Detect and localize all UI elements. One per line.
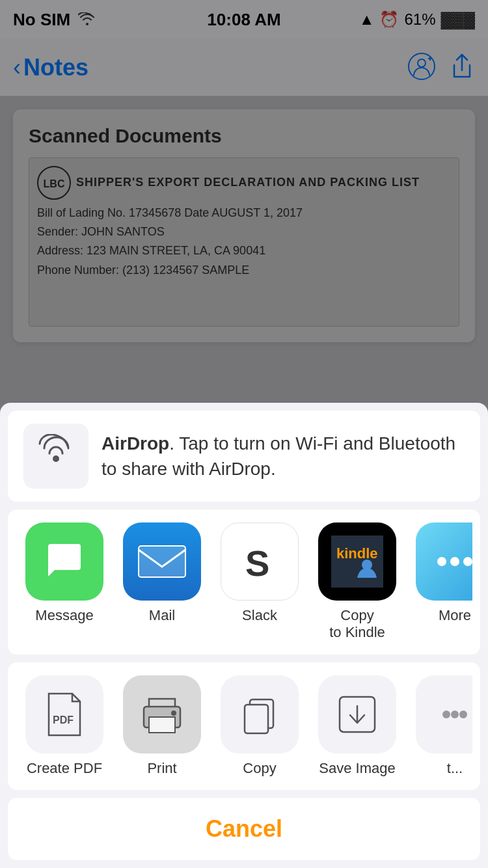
svg-rect-8 (331, 536, 383, 588)
message-app-icon (25, 522, 103, 601)
share-sheet-overlay: AirDrop. Tap to turn on Wi-Fi and Blueto… (0, 0, 488, 868)
svg-point-17 (171, 711, 176, 716)
airdrop-title: AirDrop (102, 433, 169, 454)
svg-point-22 (451, 711, 459, 718)
svg-point-12 (450, 557, 459, 566)
action-item-more-actions[interactable]: t... (406, 675, 472, 777)
action-item-create-pdf[interactable]: PDF Create PDF (16, 675, 113, 777)
save-image-label: Save Image (319, 760, 395, 777)
slack-app-icon: S (221, 522, 299, 601)
action-item-copy[interactable]: Copy (211, 675, 308, 777)
more-app-icon (416, 522, 472, 601)
mail-app-icon (123, 522, 201, 601)
create-pdf-label: Create PDF (27, 760, 102, 777)
message-label: Message (35, 607, 93, 624)
svg-rect-19 (245, 705, 268, 733)
action-item-print[interactable]: Print (113, 675, 211, 777)
copy-icon (221, 675, 299, 753)
airdrop-description: AirDrop. Tap to turn on Wi-Fi and Blueto… (102, 431, 465, 481)
svg-point-11 (437, 557, 446, 566)
svg-point-4 (53, 455, 59, 462)
svg-point-21 (442, 711, 450, 718)
mail-label: Mail (149, 607, 175, 624)
app-item-slack[interactable]: S Slack (211, 522, 308, 624)
action-row: PDF Create PDF Print (16, 675, 472, 777)
svg-rect-5 (139, 546, 185, 577)
svg-point-13 (463, 557, 472, 566)
slack-label: Slack (242, 607, 277, 624)
cancel-button[interactable]: Cancel (8, 798, 480, 860)
print-label: Print (147, 760, 176, 777)
more-actions-label: t... (447, 760, 463, 777)
more-label: More (439, 607, 471, 624)
app-row: Message Mail (16, 522, 472, 642)
airdrop-section[interactable]: AirDrop. Tap to turn on Wi-Fi and Blueto… (8, 411, 480, 502)
action-item-save-image[interactable]: Save Image (308, 675, 406, 777)
app-item-more[interactable]: More (406, 522, 472, 624)
copy-label: Copy (243, 760, 276, 777)
airdrop-icon-container (23, 424, 88, 489)
kindle-app-icon: kindle (318, 522, 396, 601)
app-item-kindle[interactable]: kindle Copy to Kindle (308, 522, 406, 642)
action-row-section: PDF Create PDF Print (8, 662, 480, 790)
airdrop-icon (35, 434, 77, 478)
create-pdf-icon: PDF (25, 675, 103, 753)
app-item-message[interactable]: Message (16, 522, 113, 624)
cancel-section: Cancel (8, 798, 480, 860)
print-icon (123, 675, 201, 753)
share-sheet: AirDrop. Tap to turn on Wi-Fi and Blueto… (0, 403, 488, 868)
kindle-label: Copy to Kindle (329, 607, 385, 642)
svg-text:PDF: PDF (53, 714, 74, 726)
app-row-section: Message Mail (8, 509, 480, 655)
save-image-icon (318, 675, 396, 753)
more-actions-icon (416, 675, 472, 753)
svg-text:kindle: kindle (336, 545, 378, 562)
app-item-mail[interactable]: Mail (113, 522, 211, 624)
svg-rect-16 (149, 717, 175, 733)
svg-point-23 (459, 711, 467, 718)
svg-text:S: S (245, 543, 269, 584)
